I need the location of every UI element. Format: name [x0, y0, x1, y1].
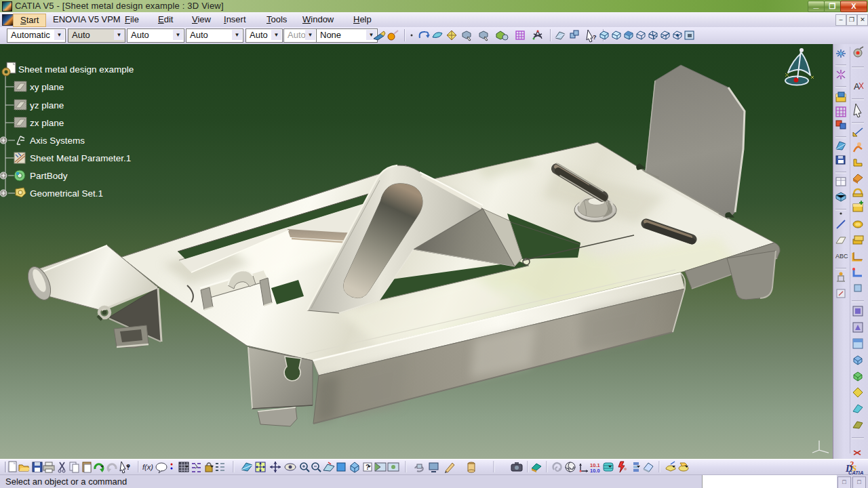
svg-text:f(x): f(x) — [142, 463, 153, 471]
svg-text:yz plane: yz plane — [30, 100, 64, 110]
svg-text:?: ? — [593, 34, 597, 41]
svg-text:Geometrical Set.1: Geometrical Set.1 — [30, 188, 103, 199]
svg-text:?: ? — [126, 464, 130, 471]
svg-text:ABC: ABC — [835, 253, 848, 260]
svg-text:10.0: 10.0 — [590, 468, 600, 474]
svg-text:Axis Systems: Axis Systems — [30, 136, 85, 146]
svg-text:PartBody: PartBody — [30, 171, 68, 181]
svg-text:xy plane: xy plane — [30, 82, 64, 92]
svg-text:Sheet Metal Parameter.1: Sheet Metal Parameter.1 — [30, 153, 131, 163]
svg-text:Sheet metal design example: Sheet metal design example — [18, 64, 134, 75]
svg-text:zx plane: zx plane — [30, 118, 64, 128]
